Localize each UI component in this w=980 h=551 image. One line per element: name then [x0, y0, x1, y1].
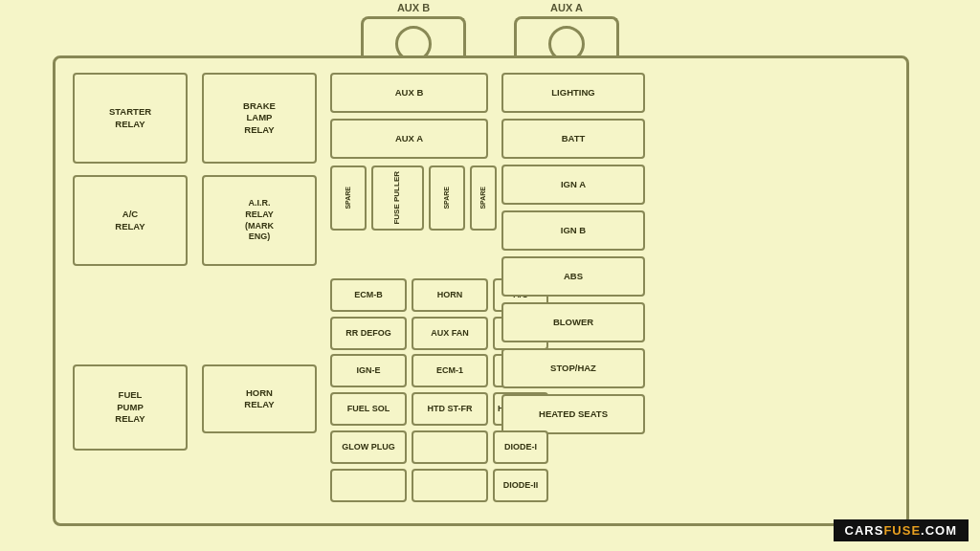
aux-fan: AUX FAN [412, 317, 488, 350]
ac-relay: A/C RELAY [73, 175, 188, 266]
stop-haz: STOP/HAZ [501, 348, 645, 388]
ecm-1: ECM-1 [412, 354, 488, 387]
diagram-wrapper: AUX B AUX A STARTER RELAY BRAKE LAMP REL… [0, 0, 980, 551]
rr-defog: RR DEFOG [330, 317, 407, 350]
fuel-sol: FUEL SOL [330, 392, 407, 426]
air-relay: A.I.R. RELAY (MARK ENG) [202, 175, 317, 266]
watermark-fuse: FUSE [883, 523, 921, 538]
brake-lamp-relay: BRAKE LAMP RELAY [202, 73, 317, 164]
htd-st-fr: HTD ST-FR [412, 392, 488, 426]
diode-1: DIODE-I [493, 430, 548, 464]
aux-b-main: AUX B [330, 73, 488, 113]
abs: ABS [501, 256, 645, 297]
aux-a-main: AUX A [330, 119, 488, 159]
watermark-domain: .COM [921, 523, 957, 538]
ign-e: IGN-E [330, 354, 407, 387]
blank3 [412, 469, 488, 502]
blower: BLOWER [501, 302, 645, 342]
horn-relay: HORN RELAY [202, 364, 317, 433]
heated-seats: HEATED SEATS [501, 394, 645, 434]
aux-b-connector-label: AUX B [397, 2, 430, 13]
horn: HORN [412, 278, 488, 312]
starter-relay: STARTER RELAY [73, 73, 188, 164]
fuel-pump-relay: FUEL PUMP RELAY [73, 364, 188, 451]
ign-a: IGN A [501, 165, 645, 205]
glow-plug: GLOW PLUG [330, 430, 407, 464]
fuse-box: STARTER RELAY BRAKE LAMP RELAY AUX B LIG… [53, 55, 909, 526]
batt: BATT [501, 119, 645, 159]
spare3: SPARE [470, 165, 497, 231]
spare2: SPARE [429, 165, 465, 231]
spare1: SPARE [330, 165, 367, 231]
blank2 [330, 469, 407, 502]
aux-a-connector-label: AUX A [550, 2, 583, 13]
watermark: CARSFUSE.COM [834, 519, 969, 541]
ign-b: IGN B [501, 210, 645, 251]
fuse-puller: FUSE PULLER [371, 165, 424, 231]
watermark-cars: CARS [845, 523, 884, 538]
ecm-b: ECM-B [330, 278, 407, 312]
lighting: LIGHTING [501, 73, 645, 113]
blank1 [412, 430, 488, 464]
diode-2: DIODE-II [493, 469, 548, 502]
